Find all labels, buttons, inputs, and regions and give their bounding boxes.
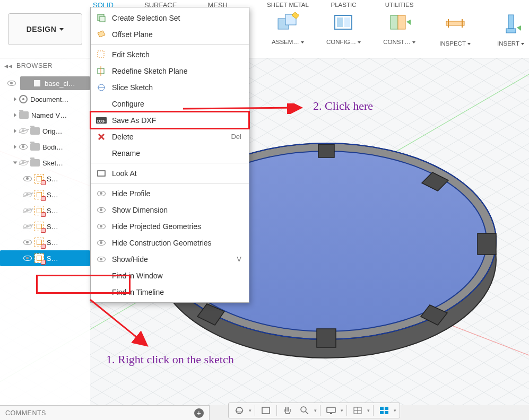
ribbon-tool-insert[interactable]: INSERT bbox=[483, 12, 529, 47]
lock-icon bbox=[41, 260, 46, 265]
tree-label: S… bbox=[47, 175, 58, 183]
tree-label: Bodi… bbox=[42, 143, 63, 151]
blank-icon bbox=[96, 148, 107, 159]
menu-configure[interactable]: Configure bbox=[91, 95, 249, 112]
tree-item-origin[interactable]: Orig… bbox=[0, 123, 90, 139]
caret-down-icon bbox=[358, 41, 361, 43]
add-comment-button[interactable]: + bbox=[194, 408, 204, 418]
grid-button[interactable] bbox=[350, 404, 365, 417]
visibility-icon[interactable] bbox=[19, 144, 28, 150]
tree-label: Document… bbox=[30, 95, 68, 103]
ribbon-tool-inspect[interactable]: INSPECT bbox=[427, 12, 483, 47]
tree-item-named-views[interactable]: Named V… bbox=[0, 107, 90, 123]
menu-create-selection-set[interactable]: Create Selection Set bbox=[91, 10, 249, 26]
menu-find-in-timeline[interactable]: Find in Timeline bbox=[91, 284, 249, 300]
menu-show-hide[interactable]: Show/Hide V bbox=[91, 251, 249, 267]
lock-icon bbox=[41, 212, 46, 217]
browser-header[interactable]: ◂◂ BROWSER bbox=[0, 58, 90, 73]
svg-marker-13 bbox=[317, 329, 336, 347]
tree-item-document-settings[interactable]: Document… bbox=[0, 91, 90, 107]
menu-offset-plane[interactable]: Offset Plane bbox=[91, 26, 249, 42]
separator bbox=[346, 405, 347, 416]
chevron-left-icon: ◂◂ bbox=[4, 62, 12, 70]
svg-rect-30 bbox=[506, 29, 516, 33]
menu-label: Hide Profile bbox=[112, 189, 150, 198]
eye-icon bbox=[96, 254, 107, 265]
visibility-off-icon[interactable] bbox=[23, 192, 32, 197]
menu-save-as-dxf[interactable]: DXF Save As DXF bbox=[91, 112, 249, 128]
menu-label: Create Selection Set bbox=[112, 14, 180, 22]
menu-slice-sketch[interactable]: Slice Sketch bbox=[91, 79, 249, 95]
ribbon-tool-construct[interactable]: UTILITIES CONST… bbox=[371, 2, 427, 45]
menu-label: Look At bbox=[112, 169, 137, 178]
tree-item-bodies[interactable]: Bodi… bbox=[0, 139, 90, 155]
folder-icon bbox=[30, 127, 40, 135]
menu-label: Hide Projected Geometries bbox=[112, 222, 201, 231]
configure-icon bbox=[332, 10, 356, 34]
zoom-button[interactable] bbox=[297, 404, 312, 417]
selection-set-icon bbox=[96, 13, 107, 23]
ribbon-tool-assemble[interactable]: SHEET METAL ASSEM… bbox=[260, 2, 316, 45]
lock-icon bbox=[41, 180, 46, 185]
disclosure-triangle-icon[interactable] bbox=[14, 113, 16, 117]
menu-find-in-window[interactable]: Find in Window bbox=[91, 267, 249, 284]
inspect-icon bbox=[443, 12, 467, 36]
viewport-button[interactable] bbox=[377, 404, 392, 417]
caret-down-icon bbox=[59, 28, 64, 31]
menu-look-at[interactable]: Look At bbox=[91, 165, 249, 181]
menu-hide-profile[interactable]: Hide Profile bbox=[91, 185, 249, 202]
comments-bar[interactable]: COMMENTS + bbox=[0, 405, 210, 420]
ribbon-tool-label: INSPECT bbox=[439, 40, 466, 47]
menu-hide-projected-geometries[interactable]: Hide Projected Geometries bbox=[91, 218, 249, 234]
construct-icon bbox=[387, 10, 412, 34]
look-at-button[interactable] bbox=[258, 404, 273, 417]
visibility-off-icon[interactable] bbox=[19, 128, 28, 134]
visibility-off-icon[interactable] bbox=[19, 160, 28, 165]
svg-rect-59 bbox=[380, 411, 384, 414]
design-workspace-button[interactable]: DESIGN bbox=[8, 13, 82, 45]
svg-rect-22 bbox=[344, 18, 350, 27]
tree-item-sketch[interactable]: S… bbox=[0, 171, 90, 187]
svg-point-50 bbox=[301, 407, 306, 412]
insert-icon bbox=[499, 12, 523, 36]
orbit-button[interactable] bbox=[232, 404, 247, 417]
menu-shortcut: Del bbox=[231, 133, 241, 141]
menu-rename[interactable]: Rename bbox=[91, 145, 249, 161]
svg-rect-57 bbox=[380, 407, 384, 410]
menu-redefine-sketch-plane[interactable]: Redefine Sketch Plane bbox=[91, 63, 249, 79]
visibility-off-icon[interactable] bbox=[23, 224, 32, 229]
disclosure-triangle-icon[interactable] bbox=[13, 162, 18, 164]
visibility-off-icon[interactable] bbox=[23, 208, 32, 213]
ribbon-tool-configure[interactable]: PLASTIC CONFIG… bbox=[316, 2, 371, 45]
lock-icon bbox=[41, 196, 46, 201]
visibility-icon[interactable] bbox=[23, 256, 32, 261]
browser-panel: ◂◂ BROWSER base_ci… Document… Named V… O… bbox=[0, 58, 90, 405]
sketch-icon bbox=[34, 190, 44, 199]
menu-label: Rename bbox=[112, 149, 140, 158]
visibility-icon[interactable] bbox=[23, 240, 32, 245]
pan-button[interactable] bbox=[280, 404, 295, 417]
tree-item-sketch-selected[interactable]: S… bbox=[0, 250, 90, 266]
visibility-icon[interactable] bbox=[23, 176, 32, 181]
menu-hide-construction-geometries[interactable]: Hide Construction Geometries bbox=[91, 234, 249, 251]
root-component[interactable]: base_ci… bbox=[20, 76, 90, 90]
disclosure-triangle-icon[interactable] bbox=[14, 129, 16, 133]
disclosure-triangle-icon[interactable] bbox=[14, 97, 16, 101]
tree-item-sketch[interactable]: S… bbox=[0, 187, 90, 203]
tree-label: S… bbox=[47, 207, 58, 215]
menu-show-dimension[interactable]: Show Dimension bbox=[91, 202, 249, 218]
tree-item-sketch[interactable]: S… bbox=[0, 234, 90, 250]
blank-icon bbox=[96, 287, 107, 298]
ribbon-tools: SHEET METAL ASSEM… PLASTIC CONFIG… UTILI… bbox=[260, 12, 529, 47]
tree-item-sketch[interactable]: S… bbox=[0, 203, 90, 218]
header-plastic: PLASTIC bbox=[316, 2, 371, 8]
menu-delete[interactable]: Delete Del bbox=[91, 128, 249, 145]
menu-edit-sketch[interactable]: Edit Sketch bbox=[91, 46, 249, 63]
visibility-icon[interactable] bbox=[7, 81, 16, 86]
offset-plane-icon bbox=[96, 29, 107, 40]
sketch-icon bbox=[34, 206, 44, 215]
tree-item-sketch[interactable]: S… bbox=[0, 218, 90, 234]
tree-item-sketches[interactable]: Sket… bbox=[0, 155, 90, 171]
disclosure-triangle-icon[interactable] bbox=[14, 145, 16, 149]
display-button[interactable] bbox=[324, 404, 339, 417]
